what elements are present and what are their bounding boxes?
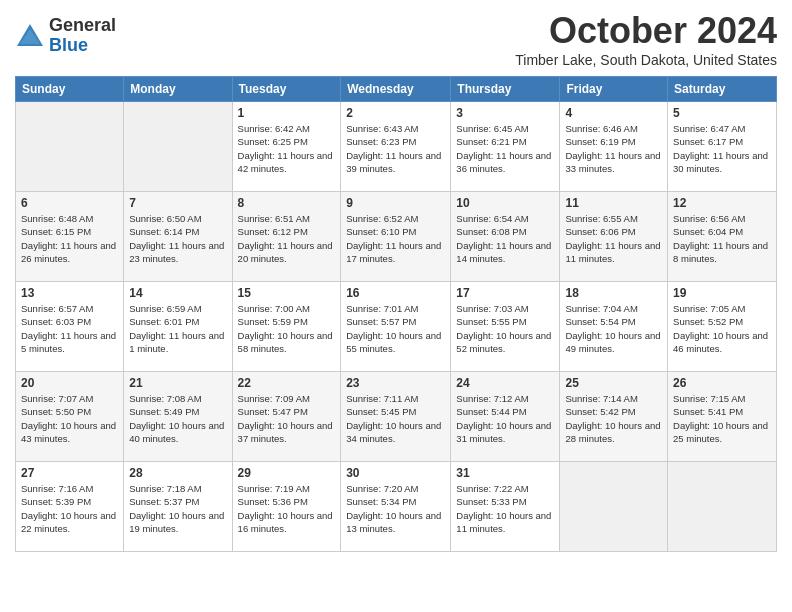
calendar-cell: 15Sunrise: 7:00 AM Sunset: 5:59 PM Dayli… bbox=[232, 282, 341, 372]
calendar-week-row: 1Sunrise: 6:42 AM Sunset: 6:25 PM Daylig… bbox=[16, 102, 777, 192]
calendar-cell bbox=[16, 102, 124, 192]
day-number: 17 bbox=[456, 286, 554, 300]
day-number: 2 bbox=[346, 106, 445, 120]
calendar-cell: 16Sunrise: 7:01 AM Sunset: 5:57 PM Dayli… bbox=[341, 282, 451, 372]
day-info: Sunrise: 6:45 AM Sunset: 6:21 PM Dayligh… bbox=[456, 122, 554, 175]
calendar-cell: 25Sunrise: 7:14 AM Sunset: 5:42 PM Dayli… bbox=[560, 372, 668, 462]
day-info: Sunrise: 7:18 AM Sunset: 5:37 PM Dayligh… bbox=[129, 482, 226, 535]
col-header-tuesday: Tuesday bbox=[232, 77, 341, 102]
day-number: 14 bbox=[129, 286, 226, 300]
day-info: Sunrise: 6:42 AM Sunset: 6:25 PM Dayligh… bbox=[238, 122, 336, 175]
day-info: Sunrise: 7:07 AM Sunset: 5:50 PM Dayligh… bbox=[21, 392, 118, 445]
logo: General Blue bbox=[15, 16, 116, 56]
col-header-wednesday: Wednesday bbox=[341, 77, 451, 102]
day-number: 11 bbox=[565, 196, 662, 210]
day-number: 13 bbox=[21, 286, 118, 300]
day-number: 18 bbox=[565, 286, 662, 300]
calendar-cell: 31Sunrise: 7:22 AM Sunset: 5:33 PM Dayli… bbox=[451, 462, 560, 552]
day-number: 6 bbox=[21, 196, 118, 210]
calendar-cell: 11Sunrise: 6:55 AM Sunset: 6:06 PM Dayli… bbox=[560, 192, 668, 282]
title-area: October 2024 Timber Lake, South Dakota, … bbox=[515, 10, 777, 68]
day-info: Sunrise: 6:51 AM Sunset: 6:12 PM Dayligh… bbox=[238, 212, 336, 265]
day-info: Sunrise: 7:01 AM Sunset: 5:57 PM Dayligh… bbox=[346, 302, 445, 355]
calendar-cell bbox=[668, 462, 777, 552]
calendar-cell bbox=[124, 102, 232, 192]
calendar-cell: 14Sunrise: 6:59 AM Sunset: 6:01 PM Dayli… bbox=[124, 282, 232, 372]
day-info: Sunrise: 7:12 AM Sunset: 5:44 PM Dayligh… bbox=[456, 392, 554, 445]
day-info: Sunrise: 6:59 AM Sunset: 6:01 PM Dayligh… bbox=[129, 302, 226, 355]
day-number: 20 bbox=[21, 376, 118, 390]
day-number: 16 bbox=[346, 286, 445, 300]
calendar-week-row: 13Sunrise: 6:57 AM Sunset: 6:03 PM Dayli… bbox=[16, 282, 777, 372]
calendar-cell: 19Sunrise: 7:05 AM Sunset: 5:52 PM Dayli… bbox=[668, 282, 777, 372]
day-number: 22 bbox=[238, 376, 336, 390]
calendar-header-row: SundayMondayTuesdayWednesdayThursdayFrid… bbox=[16, 77, 777, 102]
day-number: 10 bbox=[456, 196, 554, 210]
day-info: Sunrise: 6:56 AM Sunset: 6:04 PM Dayligh… bbox=[673, 212, 771, 265]
calendar-cell: 12Sunrise: 6:56 AM Sunset: 6:04 PM Dayli… bbox=[668, 192, 777, 282]
calendar-cell bbox=[560, 462, 668, 552]
day-number: 30 bbox=[346, 466, 445, 480]
calendar-cell: 28Sunrise: 7:18 AM Sunset: 5:37 PM Dayli… bbox=[124, 462, 232, 552]
day-info: Sunrise: 6:47 AM Sunset: 6:17 PM Dayligh… bbox=[673, 122, 771, 175]
calendar-cell: 21Sunrise: 7:08 AM Sunset: 5:49 PM Dayli… bbox=[124, 372, 232, 462]
calendar-cell: 23Sunrise: 7:11 AM Sunset: 5:45 PM Dayli… bbox=[341, 372, 451, 462]
calendar-cell: 9Sunrise: 6:52 AM Sunset: 6:10 PM Daylig… bbox=[341, 192, 451, 282]
day-info: Sunrise: 6:55 AM Sunset: 6:06 PM Dayligh… bbox=[565, 212, 662, 265]
day-info: Sunrise: 7:03 AM Sunset: 5:55 PM Dayligh… bbox=[456, 302, 554, 355]
calendar-week-row: 6Sunrise: 6:48 AM Sunset: 6:15 PM Daylig… bbox=[16, 192, 777, 282]
day-number: 7 bbox=[129, 196, 226, 210]
day-info: Sunrise: 7:14 AM Sunset: 5:42 PM Dayligh… bbox=[565, 392, 662, 445]
day-info: Sunrise: 7:05 AM Sunset: 5:52 PM Dayligh… bbox=[673, 302, 771, 355]
calendar-cell: 7Sunrise: 6:50 AM Sunset: 6:14 PM Daylig… bbox=[124, 192, 232, 282]
col-header-monday: Monday bbox=[124, 77, 232, 102]
calendar-cell: 2Sunrise: 6:43 AM Sunset: 6:23 PM Daylig… bbox=[341, 102, 451, 192]
day-info: Sunrise: 7:09 AM Sunset: 5:47 PM Dayligh… bbox=[238, 392, 336, 445]
day-info: Sunrise: 6:50 AM Sunset: 6:14 PM Dayligh… bbox=[129, 212, 226, 265]
day-number: 28 bbox=[129, 466, 226, 480]
day-number: 12 bbox=[673, 196, 771, 210]
day-number: 3 bbox=[456, 106, 554, 120]
calendar-cell: 1Sunrise: 6:42 AM Sunset: 6:25 PM Daylig… bbox=[232, 102, 341, 192]
day-number: 19 bbox=[673, 286, 771, 300]
day-number: 26 bbox=[673, 376, 771, 390]
calendar-week-row: 20Sunrise: 7:07 AM Sunset: 5:50 PM Dayli… bbox=[16, 372, 777, 462]
calendar-cell: 18Sunrise: 7:04 AM Sunset: 5:54 PM Dayli… bbox=[560, 282, 668, 372]
calendar-cell: 26Sunrise: 7:15 AM Sunset: 5:41 PM Dayli… bbox=[668, 372, 777, 462]
day-info: Sunrise: 6:46 AM Sunset: 6:19 PM Dayligh… bbox=[565, 122, 662, 175]
calendar-cell: 17Sunrise: 7:03 AM Sunset: 5:55 PM Dayli… bbox=[451, 282, 560, 372]
calendar-cell: 27Sunrise: 7:16 AM Sunset: 5:39 PM Dayli… bbox=[16, 462, 124, 552]
day-info: Sunrise: 7:19 AM Sunset: 5:36 PM Dayligh… bbox=[238, 482, 336, 535]
day-number: 1 bbox=[238, 106, 336, 120]
day-info: Sunrise: 7:15 AM Sunset: 5:41 PM Dayligh… bbox=[673, 392, 771, 445]
calendar-cell: 22Sunrise: 7:09 AM Sunset: 5:47 PM Dayli… bbox=[232, 372, 341, 462]
day-number: 15 bbox=[238, 286, 336, 300]
day-number: 24 bbox=[456, 376, 554, 390]
day-info: Sunrise: 6:54 AM Sunset: 6:08 PM Dayligh… bbox=[456, 212, 554, 265]
logo-general-text: General bbox=[49, 16, 116, 36]
day-number: 8 bbox=[238, 196, 336, 210]
day-info: Sunrise: 7:16 AM Sunset: 5:39 PM Dayligh… bbox=[21, 482, 118, 535]
day-number: 9 bbox=[346, 196, 445, 210]
page-header: General Blue October 2024 Timber Lake, S… bbox=[15, 10, 777, 68]
day-info: Sunrise: 6:48 AM Sunset: 6:15 PM Dayligh… bbox=[21, 212, 118, 265]
day-number: 4 bbox=[565, 106, 662, 120]
calendar-week-row: 27Sunrise: 7:16 AM Sunset: 5:39 PM Dayli… bbox=[16, 462, 777, 552]
calendar-cell: 3Sunrise: 6:45 AM Sunset: 6:21 PM Daylig… bbox=[451, 102, 560, 192]
day-info: Sunrise: 7:22 AM Sunset: 5:33 PM Dayligh… bbox=[456, 482, 554, 535]
logo-blue-text: Blue bbox=[49, 36, 116, 56]
col-header-thursday: Thursday bbox=[451, 77, 560, 102]
day-number: 25 bbox=[565, 376, 662, 390]
day-number: 23 bbox=[346, 376, 445, 390]
day-info: Sunrise: 6:52 AM Sunset: 6:10 PM Dayligh… bbox=[346, 212, 445, 265]
day-info: Sunrise: 7:00 AM Sunset: 5:59 PM Dayligh… bbox=[238, 302, 336, 355]
day-number: 5 bbox=[673, 106, 771, 120]
calendar-cell: 29Sunrise: 7:19 AM Sunset: 5:36 PM Dayli… bbox=[232, 462, 341, 552]
calendar-cell: 24Sunrise: 7:12 AM Sunset: 5:44 PM Dayli… bbox=[451, 372, 560, 462]
col-header-sunday: Sunday bbox=[16, 77, 124, 102]
day-info: Sunrise: 7:20 AM Sunset: 5:34 PM Dayligh… bbox=[346, 482, 445, 535]
day-number: 29 bbox=[238, 466, 336, 480]
col-header-friday: Friday bbox=[560, 77, 668, 102]
col-header-saturday: Saturday bbox=[668, 77, 777, 102]
day-number: 31 bbox=[456, 466, 554, 480]
